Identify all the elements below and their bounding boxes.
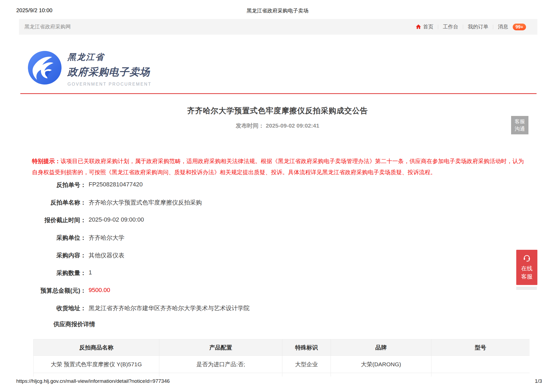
field-label: 采购单位： [19,234,86,242]
field-value: FP25082810477420 [89,181,143,188]
site-logo: 黑龙江省 政府采购电子卖场 GOVERNMENT PROCUREMENT [28,51,151,87]
online-service-line2: 客服 [521,273,533,281]
nav-divider [493,25,493,29]
table-cell: 大荣 预置式色牢度摩擦仪 Y(B)571G [34,356,159,373]
field-row-content: 采购内容： 其他仪器仪表 [19,251,250,269]
field-value: 2025-09-02 09:00:00 [89,216,144,223]
nav-divider [438,25,438,29]
site-name: 黑龙江省政府采购网 [24,23,71,30]
field-label: 反拍单号： [19,181,86,189]
home-icon [415,24,421,30]
field-row-deadline: 报价截止时间： 2025-09-02 09:00:00 [19,216,250,234]
field-row-auction-number: 反拍单号： FP25082810477420 [19,181,250,199]
field-value: 齐齐哈尔大学预置式色牢度摩擦仪反拍采购 [89,199,202,207]
table-header-cell: 品牌 [331,339,431,356]
service-chat-line1: 客服 [515,118,525,125]
field-row-purchaser: 采购单位： 齐齐哈尔大学 [19,234,250,251]
special-notice: 特别提示：该项目已关联政府采购计划，属于政府采购范畴，适用政府采购相关法律法规。… [32,155,524,178]
field-row-auction-name: 反拍单名称： 齐齐哈尔大学预置式色牢度摩擦仪反拍采购 [19,199,250,216]
table-header-cell: 型号 [431,339,530,356]
table-cell [282,373,331,377]
table-cell [331,373,431,377]
field-value: 其他仪器仪表 [89,251,124,260]
table-cell: 大荣(DARONG) [331,356,431,373]
table-row: 大荣 预置式色牢度摩擦仪 Y(B)571G 是否为进口产品:否; 大型企业 大荣… [34,356,530,373]
nav-item-workbench[interactable]: 工作台 [443,23,458,30]
field-value: 齐齐哈尔大学 [89,234,124,242]
field-label: 采购内容： [19,251,86,260]
nav-divider [463,25,463,29]
special-notice-label: 特别提示： [32,158,61,164]
table-cell: 大型企业 [282,356,331,373]
field-value-budget: 9500.00 [89,287,110,294]
detail-fields: 反拍单号： FP25082810477420 反拍单名称： 齐齐哈尔大学预置式色… [19,181,250,322]
nav-item-label: 消息 [498,23,508,30]
table-header-cell: 特殊标识 [282,339,331,356]
table-cell [431,356,530,373]
online-service-button[interactable]: 在线 客服 [516,250,537,285]
top-nav: 首页 工作台 我的订单 消息 99+ [415,23,526,30]
field-label: 收货地址： [19,304,86,312]
nav-item-home[interactable]: 首页 [415,23,433,30]
online-service-line1: 在线 [521,264,533,273]
publish-time-label: 发布时间： [236,122,264,129]
table-header-row: 反拍商品名称 产品配置 特殊标识 品牌 型号 [34,339,530,356]
logo-line1: 黑龙江省 [67,51,151,63]
field-row-quantity: 采购数量： 1 [19,269,250,287]
field-row-budget: 预算总金额(元)： 9500.00 [19,287,250,304]
topbar: 黑龙江省政府采购网 首页 工作台 我的订单 消息 99+ [19,19,537,35]
special-notice-text: 该项目已关联政府采购计划，属于政府采购范畴，适用政府采购相关法律法规。根据《黑龙… [32,158,524,175]
print-page-title: 黑龙江省政府采购电子卖场 [0,7,555,14]
table-row-partial [34,373,530,377]
page: 2025/9/2 10:00 黑龙江省政府采购电子卖场 黑龙江省政府采购网 首页… [0,0,555,392]
nav-item-label: 首页 [423,23,433,30]
table-header-cell: 反拍商品名称 [34,339,159,356]
nav-item-messages[interactable]: 消息 [498,23,508,30]
red-divider-line [20,93,537,94]
customer-service-chat-button[interactable]: 客服 沟通 [511,116,528,134]
dragon-logo-icon [28,51,62,85]
online-service-text: 在线 客服 [521,264,533,281]
table-cell [159,373,282,377]
logo-text: 黑龙江省 政府采购电子卖场 GOVERNMENT PROCUREMENT [67,51,151,87]
publish-time-value: 2025-09-02 09:02:41 [266,122,319,129]
footer-url: https://hljcg.hlj.gov.cn/mall-view/infor… [16,378,170,384]
announcement-title: 齐齐哈尔大学预置式色牢度摩擦仪反拍采购成交公告 [0,106,555,116]
nav-item-orders[interactable]: 我的订单 [468,23,488,30]
field-label: 预算总金额(元)： [19,287,86,295]
nav-item-label: 工作台 [443,23,458,30]
logo-line3: GOVERNMENT PROCUREMENT [67,82,151,87]
online-service-shadow [516,287,537,290]
logo-line2: 政府采购电子卖场 [67,65,151,79]
field-label: 报价截止时间： [19,216,86,224]
table-cell: 是否为进口产品:否; [159,356,282,373]
field-label: 采购数量： [19,269,86,277]
table-cell [34,373,159,377]
field-label: 反拍单名称： [19,199,86,207]
nav-item-label: 我的订单 [468,23,488,30]
quote-table: 反拍商品名称 产品配置 特殊标识 品牌 型号 大荣 预置式色牢度摩擦仪 Y(B)… [33,339,530,377]
field-value: 1 [89,269,92,276]
field-value: 黑龙江省齐齐哈尔市建华区齐齐哈尔大学美术与艺术设计学院 [89,304,250,312]
service-chat-line2: 沟通 [515,125,525,132]
message-count-badge[interactable]: 99+ [513,24,526,30]
publish-time-line: 发布时间：2025-09-02 09:02:41 [0,122,555,129]
table-header-cell: 产品配置 [159,339,282,356]
table-cell [431,373,530,377]
quote-table-container: 反拍商品名称 产品配置 特殊标识 品牌 型号 大荣 预置式色牢度摩擦仪 Y(B)… [33,339,530,377]
footer-page-number: 1/3 [535,378,542,384]
supplier-quote-section-title: 供应商报价详情 [53,320,95,328]
field-row-address: 收货地址： 黑龙江省齐齐哈尔市建华区齐齐哈尔大学美术与艺术设计学院 [19,304,250,322]
headset-icon [522,253,532,262]
